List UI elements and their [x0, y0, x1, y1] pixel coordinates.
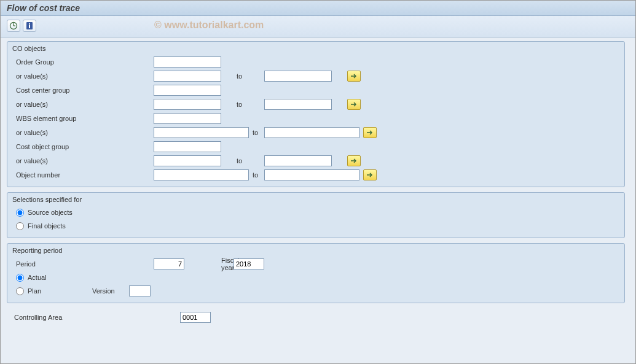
plan-radio[interactable]	[16, 287, 24, 295]
controlling-area-row: Controlling Area	[7, 308, 629, 323]
source-objects-radio[interactable]	[16, 209, 24, 217]
order-values-from-input[interactable]	[154, 71, 221, 82]
wbs-group-input[interactable]	[154, 113, 221, 124]
watermark: © www.tutorialkart.com	[154, 20, 264, 31]
co-objects-group: CO objects Order Group or value(s) to Co…	[7, 41, 625, 187]
cost-center-from-input[interactable]	[154, 99, 221, 110]
version-input[interactable]	[129, 285, 151, 296]
order-values-label: or value(s)	[12, 72, 154, 80]
cost-center-to-input[interactable]	[264, 99, 332, 110]
period-label: Period	[12, 260, 154, 268]
cost-center-more-button[interactable]	[347, 99, 361, 110]
to-label-2: to	[221, 101, 264, 108]
cost-object-group-label: Cost object group	[12, 143, 154, 150]
to-label-4: to	[221, 157, 264, 165]
wbs-to-input[interactable]	[264, 127, 359, 138]
plan-label: Plan	[28, 287, 92, 295]
order-group-input[interactable]	[154, 56, 221, 68]
actual-radio[interactable]	[16, 274, 24, 282]
to-label: to	[221, 72, 264, 80]
reporting-title: Reporting period	[12, 246, 619, 254]
object-number-more-button[interactable]	[363, 169, 377, 180]
wbs-values-label: or value(s)	[12, 129, 154, 136]
cost-object-to-input[interactable]	[264, 155, 332, 166]
controlling-area-input[interactable]	[180, 312, 211, 323]
svg-rect-5	[29, 25, 30, 28]
period-input[interactable]	[154, 258, 184, 269]
toolbar: © www.tutorialkart.com	[1, 16, 635, 37]
title-bar: Flow of cost trace	[1, 1, 635, 16]
info-icon	[26, 21, 33, 30]
info-button[interactable]	[23, 20, 36, 32]
co-objects-title: CO objects	[12, 44, 619, 52]
object-number-from-input[interactable]	[154, 169, 249, 180]
final-objects-label: Final objects	[28, 222, 66, 230]
object-number-label: Object number	[12, 171, 154, 179]
arrow-right-icon	[350, 101, 358, 107]
arrow-right-icon	[366, 130, 374, 136]
cost-object-values-label: or value(s)	[12, 157, 154, 165]
fiscal-year-input[interactable]	[234, 258, 264, 269]
to-label-3: to	[249, 129, 264, 136]
arrow-right-icon	[350, 158, 358, 164]
controlling-area-label: Controlling Area	[14, 314, 180, 321]
cost-center-group-label: Cost center group	[12, 87, 154, 94]
object-number-to-input[interactable]	[264, 169, 359, 180]
arrow-right-icon	[350, 73, 358, 79]
cost-center-group-input[interactable]	[154, 85, 221, 96]
cost-object-group-input[interactable]	[154, 141, 221, 152]
cost-center-values-label: or value(s)	[12, 101, 154, 108]
wbs-from-input[interactable]	[154, 127, 249, 138]
to-label-5: to	[249, 171, 264, 179]
order-group-label: Order Group	[12, 58, 154, 66]
execute-icon	[9, 21, 18, 30]
cost-object-from-input[interactable]	[154, 155, 221, 166]
source-objects-label: Source objects	[28, 209, 73, 216]
wbs-more-button[interactable]	[363, 127, 377, 138]
final-objects-radio[interactable]	[16, 222, 24, 230]
page-title: Flow of cost trace	[7, 3, 80, 13]
content-area: CO objects Order Group or value(s) to Co…	[1, 37, 635, 327]
wbs-group-label: WBS element group	[12, 115, 154, 122]
version-label: Version	[92, 287, 129, 295]
arrow-right-icon	[366, 172, 374, 178]
selections-title: Selections specified for	[12, 195, 619, 203]
order-values-to-input[interactable]	[264, 71, 332, 82]
reporting-period-group: Reporting period Period Fiscal year Actu…	[7, 243, 625, 303]
cost-object-more-button[interactable]	[347, 155, 361, 166]
selections-group: Selections specified for Source objects …	[7, 192, 625, 238]
order-values-more-button[interactable]	[347, 71, 361, 82]
execute-button[interactable]	[7, 20, 20, 32]
fiscal-year-label: Fiscal year	[184, 257, 234, 271]
svg-rect-4	[29, 23, 30, 25]
actual-label: Actual	[28, 274, 47, 281]
